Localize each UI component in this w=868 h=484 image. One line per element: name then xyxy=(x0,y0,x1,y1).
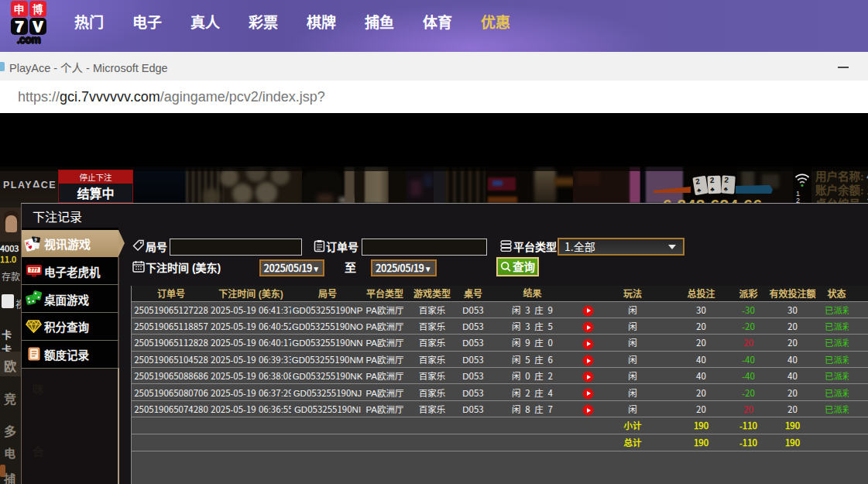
svg-text:777: 777 xyxy=(30,266,39,273)
